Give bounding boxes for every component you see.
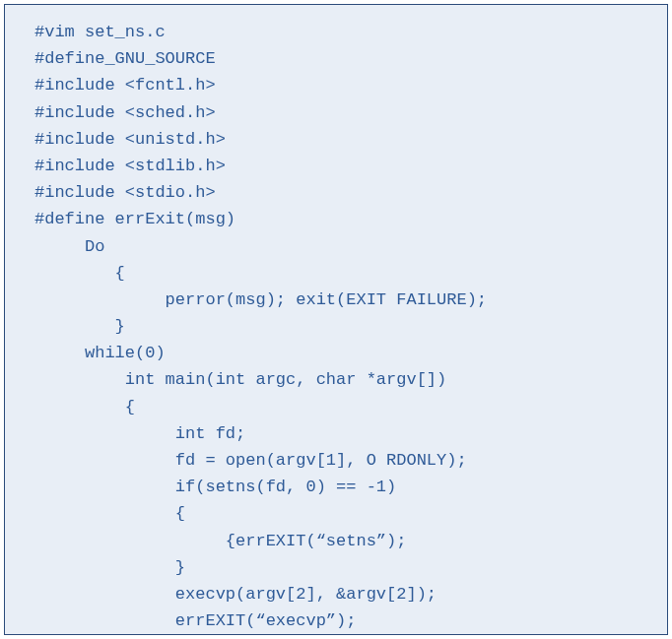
code-line: #include <fcntl.h> xyxy=(34,76,216,95)
code-line: } xyxy=(34,317,125,336)
code-line: { xyxy=(34,504,185,523)
code-line: {errEXIT(“setns”); xyxy=(34,532,406,550)
code-block: #vim set_ns.c #define_GNU_SOURCE #includ… xyxy=(4,4,668,635)
code-line: execvp(argv[2], &argv[2]); xyxy=(34,585,437,604)
code-line: #define errExit(msg) xyxy=(34,210,235,228)
code-line: Do xyxy=(34,237,104,256)
code-line: { xyxy=(34,398,135,416)
code-line: { xyxy=(34,264,125,283)
code-line: perror(msg); exit(EXIT FAILURE); xyxy=(34,290,487,309)
code-line: int main(int argc, char *argv[]) xyxy=(34,370,446,389)
code-line: #include <stdlib.h> xyxy=(34,157,226,175)
code-line: } xyxy=(34,558,185,577)
code-line: int fd; xyxy=(34,424,245,443)
code-line: #vim set_ns.c xyxy=(34,23,166,41)
code-line: #include <stdio.h> xyxy=(34,183,216,202)
code-line: fd = open(argv[1], O RDONLY); xyxy=(34,451,467,470)
code-line: #define_GNU_SOURCE xyxy=(34,49,216,68)
code-line: errEXIT(“execvp”); xyxy=(34,611,356,630)
code-line: #include <sched.h> xyxy=(34,103,216,122)
code-line: #include <unistd.h> xyxy=(34,130,226,149)
code-line: while(0) xyxy=(34,344,166,362)
code-line: if(setns(fd, 0) == -1) xyxy=(34,478,396,496)
